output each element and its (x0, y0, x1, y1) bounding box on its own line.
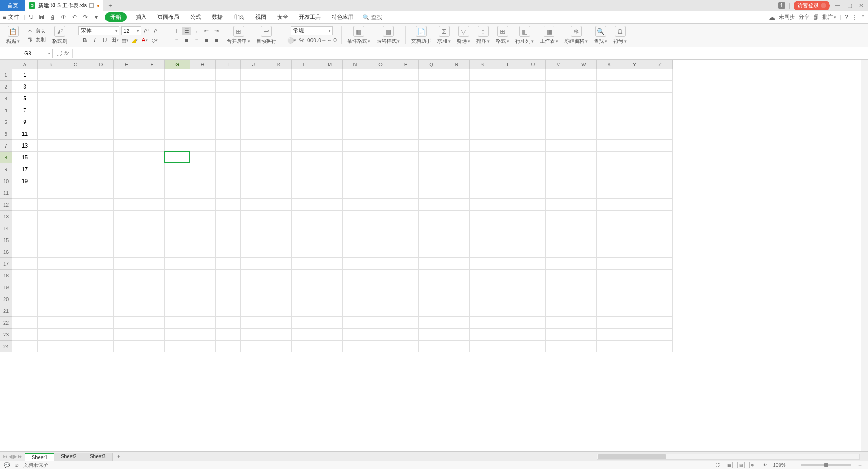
cell[interactable] (647, 175, 673, 187)
cell[interactable] (266, 140, 292, 152)
cell[interactable] (88, 341, 114, 352)
cell[interactable] (571, 222, 597, 234)
cell[interactable] (216, 211, 241, 222)
file-menu[interactable]: 文件 (8, 13, 19, 21)
cell[interactable] (495, 93, 520, 104)
cell[interactable] (520, 329, 546, 341)
comma-button[interactable]: 000 (308, 36, 316, 44)
cell[interactable] (368, 152, 393, 163)
cell[interactable] (368, 175, 393, 187)
zoom-in-button[interactable]: ＋ (856, 462, 864, 469)
cell[interactable] (88, 246, 114, 258)
cell[interactable] (190, 317, 216, 329)
cell[interactable] (114, 222, 139, 234)
cell[interactable] (444, 258, 470, 270)
cell[interactable] (88, 281, 114, 293)
row-header[interactable]: 22 (0, 317, 12, 329)
cell[interactable] (190, 187, 216, 199)
valign-middle-button[interactable]: ☰ (182, 27, 191, 35)
cond-fmt-icon[interactable]: ▦ (353, 26, 364, 37)
cell[interactable] (393, 175, 419, 187)
cell[interactable] (266, 341, 292, 352)
cell[interactable] (368, 222, 393, 234)
cell[interactable] (343, 69, 368, 81)
cell[interactable] (597, 187, 622, 199)
cell[interactable] (165, 293, 190, 305)
save-button[interactable]: 🖫 (27, 13, 35, 21)
cell[interactable] (292, 211, 317, 222)
limit-badge[interactable]: 1 (778, 2, 785, 9)
cell[interactable]: 7 (12, 104, 38, 116)
cell[interactable] (266, 175, 292, 187)
cell[interactable] (546, 341, 571, 352)
cell[interactable] (266, 293, 292, 305)
cell[interactable] (571, 175, 597, 187)
cell[interactable] (63, 329, 88, 341)
wrap-text-button[interactable]: 自动换行 (256, 38, 276, 44)
cell[interactable] (114, 258, 139, 270)
cell[interactable] (470, 329, 495, 341)
cell[interactable] (216, 116, 241, 128)
column-header[interactable]: O (368, 60, 393, 69)
cell[interactable] (292, 222, 317, 234)
worksheet-button[interactable]: 工作表 (540, 38, 558, 44)
cell[interactable] (190, 175, 216, 187)
cell[interactable] (88, 270, 114, 281)
cell[interactable] (368, 116, 393, 128)
cell[interactable] (292, 341, 317, 352)
cell[interactable]: 15 (12, 152, 38, 163)
qat-dropdown[interactable]: ▾ (92, 13, 100, 21)
cell[interactable] (444, 69, 470, 81)
cell[interactable] (520, 199, 546, 211)
cell[interactable] (622, 258, 647, 270)
row-header[interactable]: 19 (0, 281, 12, 293)
cell[interactable] (393, 329, 419, 341)
cell[interactable] (470, 163, 495, 175)
cell[interactable] (368, 234, 393, 246)
cell[interactable] (368, 329, 393, 341)
cell[interactable] (444, 341, 470, 352)
column-header[interactable]: Q (419, 60, 444, 69)
cell[interactable] (241, 81, 266, 93)
cell[interactable]: 3 (12, 81, 38, 93)
cell[interactable] (393, 128, 419, 140)
cell[interactable] (190, 69, 216, 81)
cell[interactable] (292, 270, 317, 281)
sum-button[interactable]: 求和 (437, 38, 451, 44)
cell[interactable] (241, 305, 266, 317)
tab-developer[interactable]: 开发工具 (294, 11, 325, 23)
cell[interactable] (393, 246, 419, 258)
row-header[interactable]: 4 (0, 104, 12, 116)
cell[interactable] (139, 258, 165, 270)
cell[interactable] (139, 234, 165, 246)
cell[interactable] (292, 234, 317, 246)
cell[interactable]: 9 (12, 116, 38, 128)
cell[interactable] (139, 341, 165, 352)
column-header[interactable]: S (470, 60, 495, 69)
cell[interactable] (419, 163, 444, 175)
sheet-tab[interactable]: Sheet2 (54, 453, 83, 461)
collapse-ribbon-button[interactable]: ⌃ (861, 14, 865, 20)
cell[interactable] (216, 293, 241, 305)
cell[interactable] (266, 305, 292, 317)
indent-decrease-button[interactable]: ⇤ (202, 27, 211, 35)
cell[interactable] (88, 293, 114, 305)
cell[interactable] (622, 104, 647, 116)
cell[interactable] (241, 329, 266, 341)
cell[interactable] (622, 317, 647, 329)
cell[interactable] (520, 152, 546, 163)
cell[interactable] (241, 317, 266, 329)
cell[interactable] (444, 329, 470, 341)
column-header[interactable]: Y (622, 60, 647, 69)
cell[interactable] (317, 175, 343, 187)
cell[interactable] (292, 281, 317, 293)
cell[interactable] (139, 163, 165, 175)
cell[interactable] (393, 140, 419, 152)
cell[interactable] (470, 293, 495, 305)
sort-button[interactable]: 排序 (476, 38, 490, 44)
cell[interactable] (444, 81, 470, 93)
cell[interactable] (88, 163, 114, 175)
cell[interactable] (292, 187, 317, 199)
cell[interactable] (63, 152, 88, 163)
cell[interactable] (165, 152, 190, 163)
